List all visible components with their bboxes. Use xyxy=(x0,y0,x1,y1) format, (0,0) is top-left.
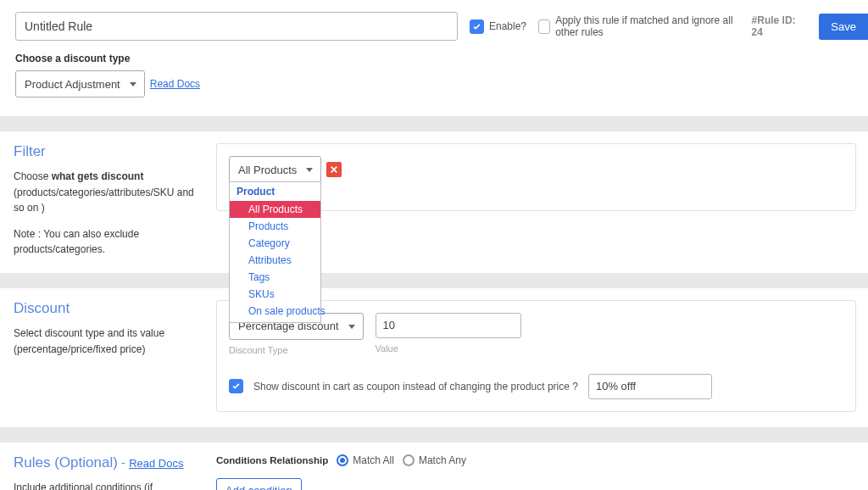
show-as-coupon-label: Show discount in cart as coupon instead … xyxy=(253,381,578,393)
match-any-label: Match Any xyxy=(419,454,466,466)
read-docs-link[interactable]: Read Docs xyxy=(150,78,200,90)
filter-dropdown[interactable]: Product All Products Products Category A… xyxy=(229,181,321,323)
choose-discount-type-label: Choose a discount type xyxy=(15,53,853,64)
dropdown-item-skus[interactable]: SKUs xyxy=(230,286,320,303)
add-condition-button[interactable]: Add condition xyxy=(216,478,302,490)
filter-title: Filter xyxy=(14,143,203,160)
conditions-relationship-label: Conditions Relationship xyxy=(216,455,328,465)
show-as-coupon-checkbox[interactable] xyxy=(229,379,243,393)
filter-description: Choose what gets discount (products/cate… xyxy=(14,169,203,216)
coupon-name-input[interactable] xyxy=(588,374,712,399)
dropdown-item-tags[interactable]: Tags xyxy=(230,269,320,286)
check-icon xyxy=(231,381,241,391)
rules-title: Rules (Optional) xyxy=(14,454,118,471)
remove-filter-button[interactable] xyxy=(326,162,342,177)
save-button[interactable]: Save xyxy=(819,14,868,40)
ignore-rules-label: Apply this rule if matched and ignore al… xyxy=(555,14,739,38)
dropdown-item-attributes[interactable]: Attributes xyxy=(230,252,320,269)
discount-value-input[interactable] xyxy=(376,313,521,338)
dropdown-group-header: Product xyxy=(230,182,320,201)
discount-type-label: Discount Type xyxy=(229,345,364,355)
discount-title: Discount xyxy=(14,300,203,317)
enable-label: Enable? xyxy=(489,20,526,32)
match-all-radio[interactable] xyxy=(337,454,348,466)
discount-value-label: Value xyxy=(376,343,521,354)
rules-include-text: Include additional conditions (if necess… xyxy=(14,480,203,490)
close-icon xyxy=(330,165,338,174)
ignore-rules-checkbox[interactable] xyxy=(538,19,550,34)
dropdown-item-all-products[interactable]: All Products xyxy=(230,201,320,218)
match-all-label: Match All xyxy=(353,454,394,466)
check-icon xyxy=(472,22,481,31)
match-any-radio[interactable] xyxy=(403,454,415,466)
rules-read-docs-link[interactable]: Read Docs xyxy=(129,457,183,470)
dropdown-item-onsale[interactable]: On sale products xyxy=(230,303,320,320)
filter-select[interactable]: All Products xyxy=(229,156,321,183)
discount-type-select[interactable]: Product Adjustment xyxy=(15,70,145,97)
rule-name-input[interactable] xyxy=(15,12,458,41)
filter-note: Note : You can also exclude products/cat… xyxy=(14,226,203,258)
dropdown-item-category[interactable]: Category xyxy=(230,235,320,252)
discount-description: Select discount type and its value (perc… xyxy=(14,326,203,357)
dropdown-item-products[interactable]: Products xyxy=(230,218,320,235)
rule-id-label: #Rule ID: 24 xyxy=(752,14,799,38)
enable-checkbox[interactable] xyxy=(470,19,484,34)
